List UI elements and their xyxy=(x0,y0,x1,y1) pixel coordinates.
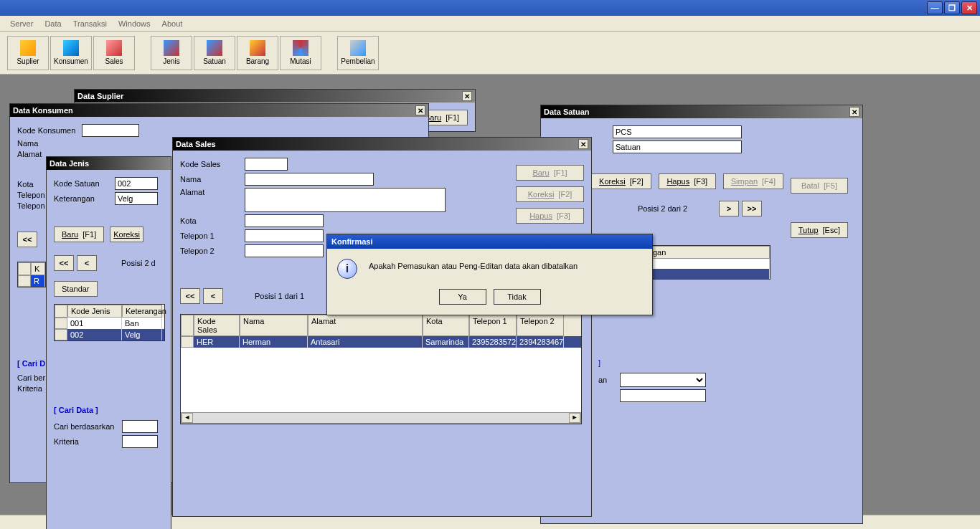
window-title: Data Suplier xyxy=(77,92,123,100)
toolbar: Suplier Konsumen Sales Jenis Satuan Bara… xyxy=(0,32,980,75)
nav-last[interactable]: >> xyxy=(742,201,762,216)
hapus-button[interactable]: Hapus[F3] xyxy=(516,208,584,224)
tool-barang[interactable]: Barang xyxy=(237,36,278,70)
nav-next[interactable]: > xyxy=(719,201,739,216)
app-titlebar: — ❐ ✕ xyxy=(0,0,980,16)
kota-label: Kota xyxy=(180,216,245,225)
nav-first[interactable]: << xyxy=(54,255,74,271)
cari-data-label: [ Cari Data ] xyxy=(54,406,164,414)
col-kode-jenis: Kode Jenis xyxy=(67,305,122,318)
keterangan-input[interactable] xyxy=(613,140,742,153)
scroll-left-icon[interactable]: ◄ xyxy=(182,413,193,423)
kriteria-label: Kriteria xyxy=(54,437,122,446)
cari-berdasarkan-input[interactable] xyxy=(122,420,158,433)
col-kota: Kota xyxy=(423,315,469,336)
close-icon[interactable]: ✕ xyxy=(415,105,425,115)
barang-icon xyxy=(250,40,265,56)
tel2-input[interactable] xyxy=(245,244,324,257)
cari-berdasarkan-label: Cari berdasarkan xyxy=(54,422,122,431)
nama-input[interactable] xyxy=(245,173,374,186)
dialog-konfirmasi: Konfirmasi i Apakah Pemasukan atau Peng-… xyxy=(326,234,653,315)
restore-button[interactable]: ❐ xyxy=(944,1,960,14)
window-title: Data Konsumen xyxy=(13,106,73,115)
ya-button[interactable]: Ya xyxy=(439,289,486,305)
tool-jenis[interactable]: Jenis xyxy=(151,36,192,70)
col-keterangan: Keterangan xyxy=(122,305,162,318)
window-title: Data Jenis xyxy=(50,159,89,168)
menu-windows[interactable]: Windows xyxy=(113,18,156,29)
menu-server[interactable]: Server xyxy=(4,18,39,29)
kode-satuan-label: Kode Satuan xyxy=(54,179,115,188)
tutup-button[interactable]: Tutup[Esc] xyxy=(791,222,848,238)
kode-input[interactable] xyxy=(613,125,742,138)
kode-konsumen-input[interactable] xyxy=(82,124,139,137)
mdi-area: Data Suplier ✕ Baru[F1] Data Konsumen ✕ … xyxy=(0,75,980,515)
close-app-button[interactable]: ✕ xyxy=(961,1,977,14)
tool-mutasi[interactable]: Mutasi xyxy=(280,36,321,70)
col-kode-sales: Kode Sales xyxy=(194,315,240,336)
nav-first[interactable]: << xyxy=(17,232,37,247)
tool-satuan[interactable]: Satuan xyxy=(194,36,235,70)
tool-konsumen[interactable]: Konsumen xyxy=(50,36,92,70)
dialog-message: Apakah Pemasukan atau Peng-Editan data a… xyxy=(369,259,578,270)
hapus-button[interactable]: Hapus[F3] xyxy=(659,173,716,189)
batal-button[interactable]: Batal[F5] xyxy=(791,178,848,194)
standar-button[interactable]: Standar xyxy=(54,281,98,297)
menu-transaksi[interactable]: Transaksi xyxy=(67,18,113,29)
alamat-label: Alamat xyxy=(180,188,245,196)
close-icon[interactable]: ✕ xyxy=(578,139,588,149)
col-tel1: Telepon 1 xyxy=(469,315,517,336)
menu-about[interactable]: About xyxy=(156,18,189,29)
horizontal-scrollbar[interactable]: ◄ ► xyxy=(181,412,581,424)
col-fragment: gan xyxy=(649,246,770,259)
info-icon: i xyxy=(337,259,357,279)
tool-pembelian[interactable]: Pembelian xyxy=(337,36,379,70)
nav-first[interactable]: << xyxy=(180,288,200,304)
tool-sales[interactable]: Sales xyxy=(93,36,135,70)
sales-icon xyxy=(106,40,122,56)
filter-input[interactable] xyxy=(620,389,706,402)
minimize-button[interactable]: — xyxy=(927,1,943,14)
mutasi-icon xyxy=(293,40,308,56)
table-row[interactable]: HER Herman Antasari Samarinda 2395283572… xyxy=(181,336,581,348)
col-alamat: Alamat xyxy=(308,315,423,336)
koreksi-button[interactable]: Koreksi[F2] xyxy=(591,173,651,189)
cell-r: R xyxy=(31,275,45,287)
kode-sales-label: Kode Sales xyxy=(180,160,245,168)
kriteria-input[interactable] xyxy=(122,435,158,448)
table-row[interactable]: 002 Velg xyxy=(55,329,164,340)
table-row[interactable]: 001 Ban xyxy=(55,318,164,329)
position-text: Posisi 2 dari 2 xyxy=(638,204,687,213)
dialog-title: Konfirmasi xyxy=(331,237,372,246)
window-title: Data Sales xyxy=(176,140,216,148)
keterangan-label: Keterangan xyxy=(54,194,115,203)
menu-data[interactable]: Data xyxy=(39,18,67,29)
baru-button[interactable]: Baru[F1] xyxy=(516,165,584,181)
tool-suplier[interactable]: Suplier xyxy=(7,36,49,70)
baru-button[interactable]: Baru[F1] xyxy=(54,227,104,242)
kode-konsumen-label: Kode Konsumen xyxy=(17,126,82,135)
nav-prev[interactable]: < xyxy=(203,288,223,304)
kode-sales-input[interactable] xyxy=(245,158,288,171)
kota-input[interactable] xyxy=(245,214,324,227)
koreksi-button[interactable]: Koreksi xyxy=(110,227,143,242)
satuan-icon xyxy=(207,40,222,56)
bracket-label: ] xyxy=(598,358,855,367)
scroll-right-icon[interactable]: ► xyxy=(569,413,580,423)
simpan-button[interactable]: Simpan[F4] xyxy=(723,173,783,189)
jenis-icon xyxy=(164,40,179,56)
tidak-button[interactable]: Tidak xyxy=(494,289,541,305)
nav-prev[interactable]: < xyxy=(77,255,97,271)
keterangan-input[interactable] xyxy=(115,192,158,205)
close-icon[interactable]: ✕ xyxy=(849,107,859,117)
close-icon[interactable]: ✕ xyxy=(462,91,472,101)
tel1-label: Telepon 1 xyxy=(180,232,245,240)
window-data-jenis: Data Jenis Kode Satuan Keterangan Baru[F… xyxy=(46,156,171,529)
filter-select[interactable] xyxy=(620,373,706,387)
kode-satuan-input[interactable] xyxy=(115,177,158,190)
alamat-input[interactable] xyxy=(245,188,446,212)
pembelian-icon xyxy=(350,40,366,56)
koreksi-button[interactable]: Koreksi[F2] xyxy=(516,186,584,202)
an-label: an xyxy=(598,376,620,384)
tel1-input[interactable] xyxy=(245,229,324,242)
